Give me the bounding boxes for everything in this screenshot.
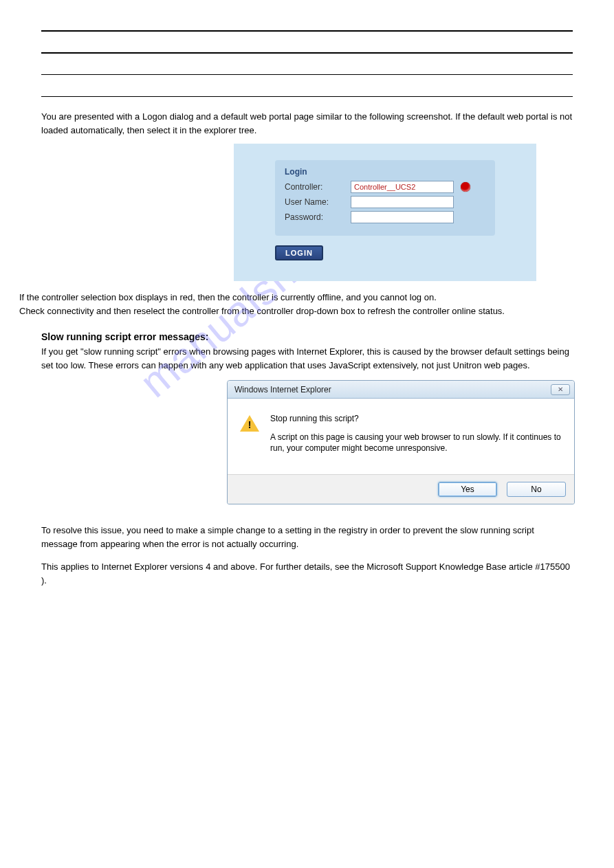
divider xyxy=(41,96,573,100)
subsection-heading: Slow running script error messages: xyxy=(41,331,573,342)
dialog-question: Stop running this script? xyxy=(270,414,562,423)
login-button[interactable]: LOGIN xyxy=(275,245,323,260)
body-paragraph: You are presented with a Logon dialog an… xyxy=(41,110,573,137)
paragraph-text-a: This applies to Internet Explorer versio… xyxy=(41,561,570,572)
login-panel-title: Login xyxy=(285,167,483,177)
field-row-password: Password: xyxy=(285,211,483,223)
blockquote: This applies to Internet Explorer versio… xyxy=(41,560,573,587)
ie-dialog: Windows Internet Explorer ✕ ! Stop runni… xyxy=(227,380,575,504)
close-icon[interactable]: ✕ xyxy=(551,384,570,395)
body-paragraph: To resolve this issue, you need to make … xyxy=(41,524,573,550)
paragraph-text: This applies to Internet Explorer versio… xyxy=(41,560,573,587)
field-row-username: User Name: xyxy=(285,196,483,208)
dialog-button-row: Yes No xyxy=(228,474,574,504)
figure-login: Login Controller: User Name: Password: L… xyxy=(234,144,573,281)
username-label: User Name: xyxy=(285,197,351,207)
login-panel: Login Controller: User Name: Password: xyxy=(275,160,495,236)
dialog-titlebar: Windows Internet Explorer ✕ xyxy=(228,381,574,399)
paragraph-text: You are presented with a Logon dialog an… xyxy=(41,110,573,137)
divider xyxy=(41,74,573,96)
dialog-body: ! Stop running this script? A script on … xyxy=(228,399,574,474)
paragraph-text: To resolve this issue, you need to make … xyxy=(41,524,573,550)
username-input[interactable] xyxy=(351,196,454,208)
field-row-controller: Controller: xyxy=(285,181,483,193)
paragraph-text: If you get "slow running script" errors … xyxy=(41,345,573,372)
paragraph-text: If the controller selection box displays… xyxy=(19,291,573,304)
divider xyxy=(41,52,573,74)
body-paragraph: If you get "slow running script" errors … xyxy=(41,345,573,372)
password-input[interactable] xyxy=(351,211,454,223)
warning-icon: ! xyxy=(240,414,259,433)
figure-dialog: Windows Internet Explorer ✕ ! Stop runni… xyxy=(227,380,573,504)
body-paragraph: If the controller selection box displays… xyxy=(19,291,573,318)
dialog-title-text: Windows Internet Explorer xyxy=(234,385,331,394)
password-label: Password: xyxy=(285,212,351,222)
status-dot-icon xyxy=(461,182,470,192)
no-button[interactable]: No xyxy=(507,482,566,497)
divider xyxy=(41,30,573,52)
controller-label: Controller: xyxy=(285,182,351,192)
yes-button[interactable]: Yes xyxy=(438,482,497,497)
dialog-text: Stop running this script? A script on th… xyxy=(270,414,562,454)
dialog-message: A script on this page is causing your we… xyxy=(270,432,562,454)
subsection: Slow running script error messages: xyxy=(41,331,573,342)
controller-input[interactable] xyxy=(351,181,454,193)
login-card: Login Controller: User Name: Password: L… xyxy=(234,144,536,281)
paragraph-text: Check connectivity and then reselect the… xyxy=(19,304,573,318)
paragraph-text-b: ). xyxy=(41,575,47,586)
